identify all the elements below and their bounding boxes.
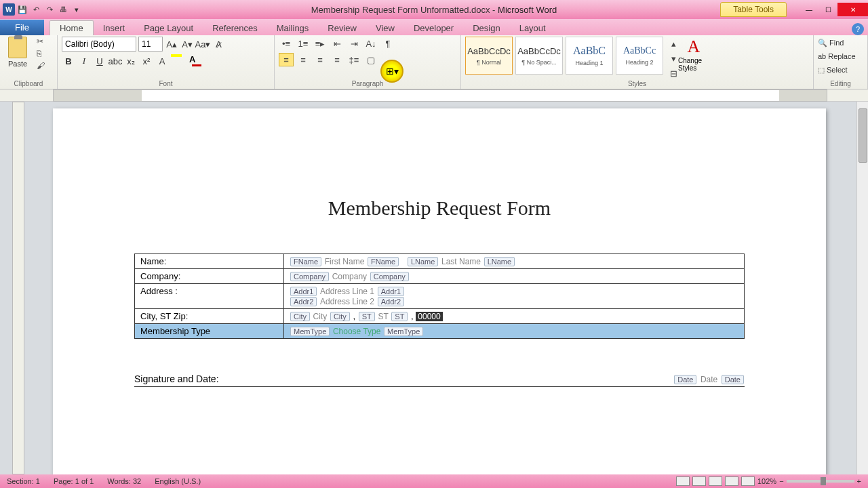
tab-page-layout[interactable]: Page Layout	[134, 21, 203, 35]
subscript-button[interactable]: x₂	[124, 54, 138, 68]
font-name-select[interactable]: Calibri (Body)	[62, 37, 136, 52]
style-normal[interactable]: AaBbCcDc ¶ Normal	[465, 37, 513, 75]
page[interactable]: Membership Request Form Name: FName Firs…	[53, 108, 826, 474]
cut-icon[interactable]: ✂	[37, 37, 47, 47]
fullscreen-reading-view-icon[interactable]	[692, 476, 706, 486]
highlight-button[interactable]	[171, 54, 187, 68]
italic-button[interactable]: I	[77, 54, 91, 68]
close-button[interactable]: ✕	[837, 3, 868, 16]
strikethrough-button[interactable]: abc	[108, 54, 122, 68]
font-color-button[interactable]: A	[189, 54, 204, 68]
draft-view-icon[interactable]	[741, 476, 755, 486]
paste-button[interactable]: Paste	[4, 37, 31, 68]
tab-view[interactable]: View	[366, 21, 404, 35]
replace-icon: ab	[818, 52, 826, 60]
qat-print-icon[interactable]: 🖶	[57, 3, 69, 16]
date-placeholder[interactable]: Date	[701, 375, 717, 384]
tab-developer[interactable]: Developer	[404, 21, 463, 35]
tab-design[interactable]: Design	[463, 21, 509, 35]
maximize-button[interactable]: ☐	[818, 3, 837, 16]
print-layout-view-icon[interactable]	[676, 476, 690, 486]
replace-button[interactable]: abReplace	[818, 50, 856, 62]
borders-button-active[interactable]: ⊞▾	[380, 60, 403, 83]
status-section[interactable]: Section: 1	[7, 477, 40, 485]
tab-insert[interactable]: Insert	[94, 21, 135, 35]
text-effects-icon[interactable]: A	[155, 54, 169, 68]
shading-button[interactable]: ▢	[363, 53, 378, 66]
save-icon[interactable]: 💾	[16, 3, 28, 16]
memtype-placeholder[interactable]: Choose Type	[333, 327, 381, 336]
clear-formatting-icon[interactable]: A̷	[212, 37, 225, 51]
style-heading-2[interactable]: AaBbCc Heading 2	[616, 37, 663, 75]
zip-value[interactable]: 00000	[416, 312, 442, 321]
addr1-placeholder[interactable]: Address Line 1	[320, 287, 374, 296]
city-placeholder[interactable]: City	[313, 312, 328, 321]
zoom-slider[interactable]	[787, 480, 854, 483]
numbering-icon[interactable]: 1≡	[296, 37, 311, 50]
style-heading-1[interactable]: AaBbC Heading 1	[566, 37, 613, 75]
status-words[interactable]: Words: 32	[107, 477, 141, 485]
horizontal-ruler[interactable]	[0, 89, 868, 102]
company-placeholder[interactable]: Company	[332, 272, 367, 281]
tab-mailings[interactable]: Mailings	[267, 21, 319, 35]
web-layout-view-icon[interactable]	[709, 476, 722, 486]
underline-button[interactable]: U	[93, 54, 106, 68]
tab-layout[interactable]: Layout	[510, 21, 555, 35]
select-button[interactable]: ⬚Select	[818, 64, 848, 76]
file-tab[interactable]: File	[0, 20, 44, 35]
signature-line[interactable]: Signature and Date: Date Date Date	[134, 373, 745, 387]
lname-placeholder[interactable]: Last Name	[441, 257, 481, 266]
superscript-button[interactable]: x²	[140, 54, 153, 68]
line-spacing-icon[interactable]: ‡≡	[347, 53, 361, 66]
change-case-icon[interactable]: Aa▾	[196, 37, 210, 51]
company-value[interactable]: Company Company Company	[284, 269, 745, 284]
status-language[interactable]: English (U.S.)	[155, 477, 201, 485]
align-right-icon[interactable]: ≡	[313, 53, 328, 66]
help-icon[interactable]: ?	[852, 23, 864, 35]
shrink-font-icon[interactable]: A▾	[180, 37, 194, 51]
align-center-icon[interactable]: ≡	[296, 53, 311, 66]
justify-icon[interactable]: ≡	[330, 53, 344, 66]
membership-form-table[interactable]: Name: FName First Name FName LName Last …	[134, 253, 745, 339]
lname-tag-start: LName	[408, 257, 438, 266]
sort-icon[interactable]: A↓	[363, 37, 378, 50]
tab-review[interactable]: Review	[318, 21, 366, 35]
name-value[interactable]: FName First Name FName LName Last Name L…	[284, 254, 745, 269]
vertical-scrollbar[interactable]	[856, 102, 868, 474]
memtype-value[interactable]: MemType Choose Type MemType	[284, 324, 745, 339]
copy-icon[interactable]: ⎘	[37, 49, 47, 60]
undo-icon[interactable]: ↶	[30, 3, 42, 16]
zoom-in-icon[interactable]: +	[857, 477, 861, 485]
style-no-spacing[interactable]: AaBbCcDc ¶ No Spaci...	[515, 37, 563, 75]
bold-button[interactable]: B	[62, 54, 75, 68]
scroll-thumb[interactable]	[859, 108, 867, 163]
address-value[interactable]: Addr1 Address Line 1 Addr1 Addr2 Address…	[284, 284, 745, 309]
tab-home[interactable]: Home	[50, 20, 94, 35]
increase-indent-icon[interactable]: ⇥	[347, 37, 361, 50]
vertical-ruler[interactable]	[12, 102, 24, 474]
titlebar: W 💾 ↶ ↷ 🖶 ▾ Membership Request Form Unfo…	[0, 0, 868, 19]
multilevel-list-icon[interactable]: ≡▸	[313, 37, 328, 50]
st-placeholder[interactable]: ST	[378, 312, 388, 321]
show-hide-icon[interactable]: ¶	[380, 37, 395, 50]
zoom-level[interactable]: 102%	[757, 477, 776, 485]
align-left-icon[interactable]: ≡	[279, 53, 294, 66]
qat-more-icon[interactable]: ▾	[71, 3, 83, 16]
csz-value[interactable]: City City City , ST ST ST , 00000	[284, 309, 745, 324]
format-painter-icon[interactable]: 🖌	[37, 61, 47, 72]
zoom-out-icon[interactable]: −	[779, 477, 783, 485]
grow-font-icon[interactable]: A▴	[165, 37, 178, 51]
font-size-select[interactable]: 11	[138, 37, 163, 52]
tab-references[interactable]: References	[203, 21, 267, 35]
change-styles-button[interactable]: A Change Styles	[678, 37, 709, 72]
redo-icon[interactable]: ↷	[43, 3, 56, 16]
find-button[interactable]: 🔍Find	[818, 37, 844, 49]
bullets-icon[interactable]: •≡	[279, 37, 294, 50]
decrease-indent-icon[interactable]: ⇤	[330, 37, 344, 50]
status-page[interactable]: Page: 1 of 1	[54, 477, 94, 485]
fname-placeholder[interactable]: First Name	[325, 257, 365, 266]
addr2-placeholder[interactable]: Address Line 2	[320, 297, 374, 306]
outline-view-icon[interactable]	[725, 476, 738, 486]
minimize-button[interactable]: —	[800, 3, 818, 16]
date-tag-end: Date	[722, 375, 744, 384]
